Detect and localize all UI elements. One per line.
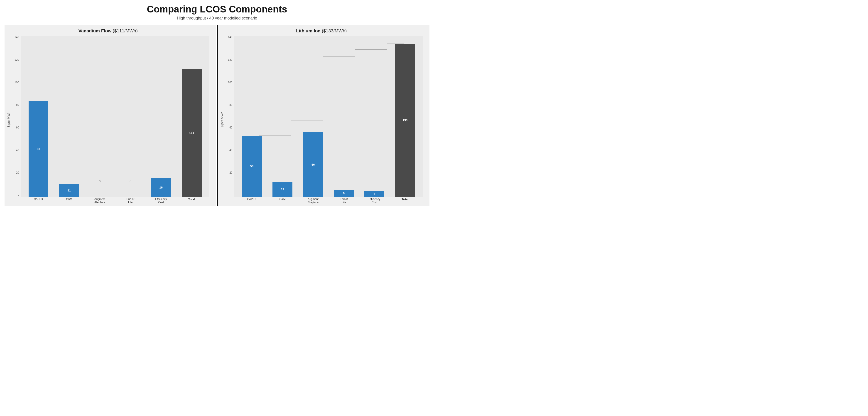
vanadium-chart-area: $ per MWh 140 120 100 80 60 40 20 - bbox=[7, 36, 209, 204]
lithium-efficiency-bar: 5 bbox=[364, 191, 384, 197]
vanadium-total-bar: 111 bbox=[182, 69, 202, 197]
lithium-ytick-dash: - bbox=[231, 194, 234, 197]
vanadium-bar-augment: 0 bbox=[84, 36, 115, 197]
lithium-ytick-20: 20 bbox=[229, 171, 233, 174]
ytick-80: 80 bbox=[16, 104, 20, 106]
lithium-efficiency-label: 5 bbox=[374, 192, 375, 196]
lithium-chart: Lithium Ion ($133/MWh) $ per MWh 140 120… bbox=[218, 25, 430, 206]
vanadium-om-label: 11 bbox=[67, 189, 70, 192]
vanadium-chart-title: Vanadium Flow ($111/MWh) bbox=[7, 28, 209, 34]
vanadium-bar-eol: 0 bbox=[115, 36, 146, 197]
lithium-plot-area: 53 13 bbox=[235, 36, 423, 197]
lithium-bar-efficiency: 5 bbox=[359, 36, 390, 197]
lithium-y-axis-label: $ per MWh bbox=[220, 36, 224, 204]
lithium-grid-bars: 140 120 100 80 60 40 20 - bbox=[225, 36, 423, 204]
vanadium-title-suffix: ($111/MWh) bbox=[112, 28, 138, 33]
vanadium-capex-label: 83 bbox=[37, 147, 40, 151]
lithium-bars-row: 53 13 bbox=[235, 36, 423, 197]
lithium-title-suffix: ($133/MWh) bbox=[320, 28, 347, 33]
vanadium-chart: Vanadium Flow ($111/MWh) $ per MWh 140 1… bbox=[4, 25, 216, 206]
lithium-bar-total: 133 bbox=[390, 36, 421, 197]
lithium-bar-om: 13 bbox=[267, 36, 298, 197]
lithium-bar-capex: 53 bbox=[237, 36, 267, 197]
lithium-ytick-100: 100 bbox=[228, 81, 233, 84]
vanadium-xlabel-efficiency: EfficiencyCost bbox=[146, 197, 176, 204]
vanadium-xlabel-eol: End ofLife bbox=[115, 197, 146, 204]
vanadium-xlabel-capex: CAPEX bbox=[23, 197, 54, 204]
vanadium-title-bold: Vanadium Flow bbox=[79, 28, 112, 33]
vanadium-bar-om: 11 bbox=[54, 36, 84, 197]
page-subtitle: High throughput / 40 year modelled scena… bbox=[177, 16, 257, 21]
lithium-xlabel-capex: CAPEX bbox=[237, 197, 267, 204]
vanadium-augment-zero: 0 bbox=[99, 179, 100, 183]
page: Comparing LCOS Components High throughpu… bbox=[0, 0, 434, 208]
lithium-chart-inner: 140 120 100 80 60 40 20 - bbox=[225, 36, 423, 204]
lithium-grid-8 bbox=[235, 197, 423, 197]
lithium-xlabel-total: Total bbox=[390, 197, 421, 204]
vanadium-eol-zero: 0 bbox=[129, 179, 131, 183]
vanadium-y-ticks: 140 120 100 80 60 40 20 - bbox=[12, 36, 20, 197]
ytick-dash: - bbox=[18, 194, 20, 197]
lithium-capex-bar: 53 bbox=[242, 136, 262, 197]
vanadium-x-labels: CAPEX O&M Augment/Replace End ofLife Eff… bbox=[21, 197, 209, 204]
vanadium-xlabel-total: Total bbox=[176, 197, 207, 204]
lithium-xlabel-efficiency: EfficiencyCost bbox=[359, 197, 390, 204]
vanadium-plot-area: 83 11 bbox=[21, 36, 209, 197]
vanadium-bar-capex: 83 bbox=[23, 36, 54, 197]
lithium-eol-bar: 6 bbox=[334, 189, 354, 197]
vanadium-xlabel-om: O&M bbox=[54, 197, 84, 204]
lithium-x-labels: CAPEX O&M Augment/Replace End ofLife Eff… bbox=[235, 197, 423, 204]
lithium-chart-title: Lithium Ion ($133/MWh) bbox=[220, 28, 423, 34]
lithium-ytick-140: 140 bbox=[228, 36, 233, 38]
ytick-60: 60 bbox=[16, 126, 20, 129]
lithium-chart-area: $ per MWh 140 120 100 80 60 40 20 - bbox=[220, 36, 423, 204]
vanadium-bar-total: 111 bbox=[176, 36, 207, 197]
lithium-augment-label: 56 bbox=[311, 163, 315, 166]
vanadium-bars-row: 83 11 bbox=[21, 36, 209, 197]
lithium-xlabel-om: O&M bbox=[267, 197, 298, 204]
lithium-om-bar: 13 bbox=[273, 182, 292, 197]
lithium-augment-bar: 56 bbox=[303, 132, 323, 197]
grid-line-8 bbox=[21, 197, 209, 197]
page-title: Comparing LCOS Components bbox=[147, 4, 287, 14]
vanadium-capex-bar: 83 bbox=[29, 101, 49, 197]
vanadium-efficiency-label: 16 bbox=[159, 186, 163, 189]
lithium-om-label: 13 bbox=[281, 187, 284, 191]
vanadium-xlabel-augment: Augment/Replace bbox=[84, 197, 115, 204]
ytick-120: 120 bbox=[14, 59, 20, 61]
lithium-ytick-60: 60 bbox=[229, 126, 233, 129]
vanadium-om-bar: 11 bbox=[59, 184, 79, 197]
lithium-bar-augment: 56 bbox=[298, 36, 329, 197]
vanadium-efficiency-bar: 16 bbox=[151, 178, 171, 197]
lithium-ytick-80: 80 bbox=[229, 104, 233, 106]
vanadium-total-label: 111 bbox=[189, 131, 194, 135]
charts-row: Vanadium Flow ($111/MWh) $ per MWh 140 1… bbox=[4, 25, 430, 206]
vanadium-y-axis-label: $ per MWh bbox=[7, 36, 10, 204]
lithium-eol-label: 6 bbox=[343, 192, 345, 195]
lithium-ytick-40: 40 bbox=[229, 149, 233, 151]
lithium-y-ticks: 140 120 100 80 60 40 20 - bbox=[225, 36, 234, 197]
lithium-total-label: 133 bbox=[403, 118, 408, 122]
lithium-title-bold: Lithium Ion bbox=[296, 28, 320, 33]
vanadium-grid-bars: 140 120 100 80 60 40 20 - bbox=[12, 36, 209, 204]
ytick-40: 40 bbox=[16, 149, 20, 151]
lithium-ytick-120: 120 bbox=[228, 59, 233, 61]
lithium-bar-eol: 6 bbox=[329, 36, 359, 197]
lithium-xlabel-eol: End ofLife bbox=[329, 197, 359, 204]
lithium-xlabel-augment: Augment/Replace bbox=[298, 197, 329, 204]
lithium-capex-label: 53 bbox=[250, 165, 253, 168]
ytick-100: 100 bbox=[14, 81, 20, 84]
ytick-20: 20 bbox=[16, 171, 20, 174]
ytick-140: 140 bbox=[14, 36, 20, 38]
lithium-total-bar: 133 bbox=[395, 44, 415, 197]
vanadium-bar-efficiency: 16 bbox=[146, 36, 176, 197]
vanadium-chart-inner: 140 120 100 80 60 40 20 - bbox=[12, 36, 209, 204]
